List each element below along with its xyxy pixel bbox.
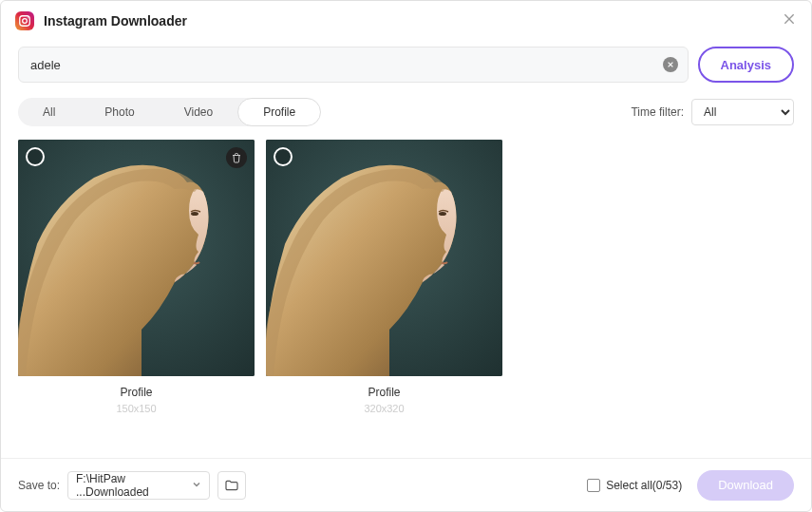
clear-icon[interactable] xyxy=(663,57,678,72)
result-card: Profile 320x320 xyxy=(266,140,502,458)
result-card: Profile 150x150 xyxy=(18,140,255,458)
save-path-value: F:\HitPaw ...Downloaded xyxy=(76,472,186,499)
result-label: Profile xyxy=(120,386,152,399)
app-window: Instagram Downloader Analysis All Photo … xyxy=(0,0,812,512)
svg-point-10 xyxy=(439,212,446,216)
result-thumbnail[interactable] xyxy=(266,140,502,376)
close-icon[interactable] xyxy=(782,11,797,30)
time-filter: Time filter: All xyxy=(631,99,794,125)
time-filter-label: Time filter: xyxy=(631,105,684,119)
download-button[interactable]: Download xyxy=(697,470,794,501)
save-to-label: Save to: xyxy=(18,479,60,492)
tab-profile[interactable]: Profile xyxy=(237,98,321,126)
search-input[interactable] xyxy=(30,58,653,72)
save-path-select[interactable]: F:\HitPaw ...Downloaded xyxy=(67,471,210,500)
tab-photo[interactable]: Photo xyxy=(80,98,159,126)
search-row: Analysis xyxy=(1,41,811,92)
chevron-down-icon xyxy=(192,479,201,492)
tab-all[interactable]: All xyxy=(18,98,80,126)
trash-icon[interactable] xyxy=(226,147,247,168)
result-thumbnail[interactable] xyxy=(18,140,255,376)
select-all-checkbox[interactable]: Select all(0/53) xyxy=(587,479,682,492)
result-size: 150x150 xyxy=(116,403,156,414)
svg-point-1 xyxy=(23,19,28,24)
titlebar: Instagram Downloader xyxy=(1,1,811,41)
select-checkbox[interactable] xyxy=(26,147,45,166)
search-box xyxy=(18,47,689,83)
checkbox-box xyxy=(587,479,600,492)
result-size: 320x320 xyxy=(364,403,404,414)
folder-icon[interactable] xyxy=(217,471,246,500)
instagram-logo-icon xyxy=(15,11,34,30)
app-title: Instagram Downloader xyxy=(44,13,187,28)
svg-rect-0 xyxy=(20,16,30,27)
tabs: All Photo Video Profile xyxy=(18,98,321,126)
result-label: Profile xyxy=(368,386,400,399)
svg-point-2 xyxy=(28,17,28,18)
footer: Save to: F:\HitPaw ...Downloaded Select … xyxy=(1,458,811,511)
analysis-button[interactable]: Analysis xyxy=(698,47,794,83)
select-checkbox[interactable] xyxy=(274,147,293,166)
svg-point-8 xyxy=(191,212,198,216)
filter-row: All Photo Video Profile Time filter: All xyxy=(1,92,811,140)
results-grid: Profile 150x150 Profile 320x320 xyxy=(1,140,811,458)
time-filter-select[interactable]: All xyxy=(691,99,794,125)
select-all-label: Select all(0/53) xyxy=(606,479,682,492)
tab-video[interactable]: Video xyxy=(160,98,237,126)
